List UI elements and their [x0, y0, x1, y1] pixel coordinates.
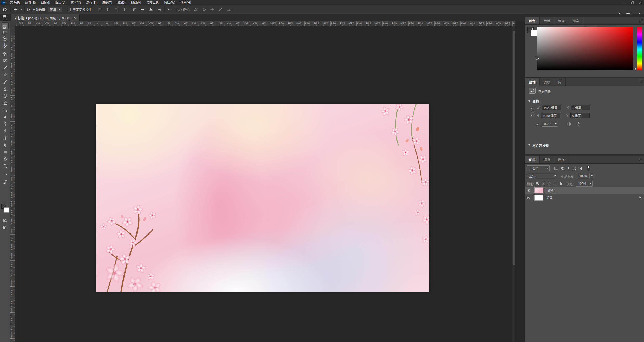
- clone-stamp-tool[interactable]: [2, 86, 9, 92]
- swap-colors-icon[interactable]: [2, 179, 9, 185]
- align-section-header[interactable]: 对齐并分布: [528, 143, 549, 148]
- menu-item[interactable]: 3D(D): [115, 0, 128, 5]
- background-color-swatch[interactable]: [4, 207, 9, 213]
- filter-toggle[interactable]: [587, 166, 590, 171]
- fill-dropdown[interactable]: 100%: [576, 181, 593, 187]
- tab-color[interactable]: 颜色: [525, 17, 540, 24]
- menu-item[interactable]: 编辑(E): [23, 0, 38, 5]
- align-bottom-icon[interactable]: [149, 7, 153, 12]
- menu-item[interactable]: 图层(L): [53, 0, 68, 5]
- blur-tool[interactable]: [2, 114, 9, 120]
- hand-tool[interactable]: [2, 156, 9, 162]
- tab-properties[interactable]: 属性: [525, 78, 540, 86]
- frame-tool[interactable]: [2, 58, 9, 64]
- character-panel-icon[interactable]: A: [1, 34, 8, 40]
- more-options-icon[interactable]: [167, 7, 172, 12]
- layer-filter-dropdown[interactable]: 类型: [527, 165, 550, 171]
- tab-close-icon[interactable]: [74, 17, 76, 19]
- distribute-h-icon[interactable]: [122, 7, 127, 12]
- document-canvas[interactable]: [96, 104, 429, 292]
- menu-item[interactable]: 选择(S): [83, 0, 99, 5]
- width-field[interactable]: 1920 像素: [542, 105, 561, 110]
- scrollbar-thumb[interactable]: [513, 31, 515, 265]
- panel-menu-icon[interactable]: [639, 81, 642, 83]
- screen-mode-icon[interactable]: [2, 224, 9, 231]
- move-tool-preset-button[interactable]: [13, 7, 18, 12]
- path-select-tool[interactable]: [2, 142, 9, 148]
- menu-item[interactable]: 滤镜(T): [99, 0, 114, 5]
- preset-chevron-icon[interactable]: [20, 9, 22, 10]
- eraser-tool[interactable]: [2, 100, 9, 106]
- tab-channels[interactable]: 通道: [540, 156, 554, 163]
- tab-swatches[interactable]: 色板: [540, 17, 554, 24]
- menu-item[interactable]: 文字(Y): [68, 0, 83, 5]
- layer-row-background[interactable]: 背景: [525, 194, 644, 201]
- hue-slider[interactable]: [637, 27, 642, 70]
- canvas-v-scrollbar[interactable]: [512, 26, 515, 342]
- paragraph-panel-icon[interactable]: ¶: [1, 41, 8, 47]
- saturation-brightness-field[interactable]: [537, 27, 633, 70]
- brush-tool[interactable]: [2, 79, 9, 85]
- align-top-icon[interactable]: [132, 7, 137, 12]
- visibility-toggle[interactable]: [525, 187, 532, 194]
- healing-brush-tool[interactable]: [2, 72, 9, 78]
- history-brush-tool[interactable]: [2, 93, 9, 99]
- paint-bucket-tool[interactable]: [2, 107, 9, 113]
- align-right-icon[interactable]: [114, 7, 118, 12]
- angle-dropdown[interactable]: 0.00°: [542, 121, 558, 127]
- layer-name[interactable]: 背景: [547, 195, 553, 200]
- align-center-h-icon[interactable]: [105, 7, 110, 12]
- effects-panel-icon[interactable]: fx: [1, 24, 8, 31]
- tab-gradients[interactable]: 渐变: [554, 17, 569, 24]
- tab-patterns[interactable]: 图案: [569, 17, 583, 24]
- document-tab[interactable]: 未标题-1.psd @ 66.7% (图层 1, RGB/8): [11, 14, 80, 21]
- color-cursor[interactable]: [536, 57, 539, 60]
- tab-layers[interactable]: 图层: [525, 156, 540, 163]
- lock-position-icon[interactable]: [548, 182, 551, 186]
- visibility-toggle[interactable]: [525, 194, 532, 201]
- quick-mask-icon[interactable]: [2, 217, 9, 224]
- ruler-corner[interactable]: [10, 21, 15, 26]
- align-center-v-icon[interactable]: [140, 7, 145, 12]
- auto-select-checkbox[interactable]: [27, 8, 30, 11]
- type-tool[interactable]: [2, 135, 9, 141]
- x-field[interactable]: 0 像素: [571, 105, 590, 110]
- history-panel-icon[interactable]: [1, 6, 8, 12]
- transform-section-header[interactable]: 变换: [528, 99, 539, 104]
- flip-vertical-icon[interactable]: [577, 122, 581, 126]
- close-button[interactable]: [636, 0, 644, 5]
- menu-item[interactable]: 文件(F): [7, 0, 23, 5]
- tab-paths[interactable]: 路径: [554, 156, 569, 163]
- v-ruler[interactable]: 4003503002502001501005005010015020025030…: [10, 26, 15, 342]
- menu-item[interactable]: 增效工具: [144, 0, 161, 5]
- minimize-button[interactable]: [621, 0, 628, 5]
- rectangle-tool[interactable]: [2, 149, 9, 155]
- filter-shape-icon[interactable]: [572, 166, 576, 170]
- edit-toolbar-icon[interactable]: [2, 171, 9, 178]
- eyedropper-tool[interactable]: [2, 65, 9, 71]
- menu-item[interactable]: 视图(V): [128, 0, 144, 5]
- filter-adjustment-icon[interactable]: [561, 166, 565, 170]
- restore-button[interactable]: [628, 0, 636, 5]
- lock-transparent-icon[interactable]: [536, 182, 539, 186]
- filter-image-icon[interactable]: [554, 167, 558, 170]
- opacity-dropdown[interactable]: 100%: [577, 173, 594, 179]
- height-field[interactable]: 1080 像素: [541, 113, 560, 118]
- blend-mode-dropdown[interactable]: 正常: [527, 173, 557, 179]
- auto-select-target-dropdown[interactable]: 图层: [48, 7, 62, 12]
- tab-adjustments[interactable]: 调整: [540, 78, 554, 86]
- panel-menu-icon[interactable]: [639, 20, 642, 22]
- layer-row-1[interactable]: 图层 1: [525, 187, 644, 194]
- menu-item[interactable]: 窗口(W): [161, 0, 178, 5]
- comment-panel-icon[interactable]: [1, 14, 8, 20]
- flip-horizontal-icon[interactable]: [567, 122, 572, 126]
- 3d-panel-icon[interactable]: [1, 51, 8, 57]
- filter-smart-object-icon[interactable]: [578, 166, 582, 170]
- zoom-tool[interactable]: [2, 163, 9, 169]
- h-ruler[interactable]: 4504003503002502001501005005010015020025…: [15, 21, 515, 26]
- lock-artboard-icon[interactable]: [553, 182, 557, 186]
- show-transform-checkbox[interactable]: [68, 8, 71, 11]
- pen-tool[interactable]: [2, 128, 9, 134]
- y-field[interactable]: 0 像素: [570, 113, 590, 118]
- lock-pixels-icon[interactable]: [542, 182, 545, 186]
